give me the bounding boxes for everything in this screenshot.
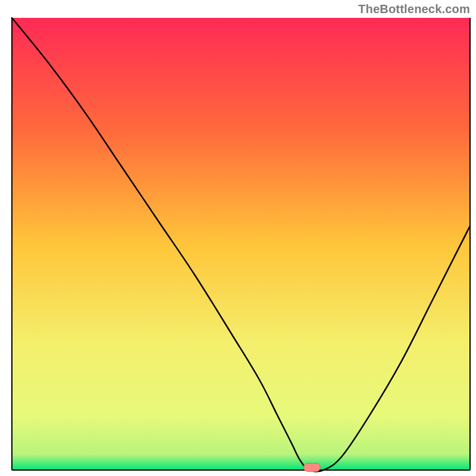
gradient-background [12, 18, 470, 470]
bottleneck-chart: TheBottleneck.com [0, 0, 476, 476]
chart-svg [0, 0, 476, 476]
optimal-marker [303, 463, 320, 471]
